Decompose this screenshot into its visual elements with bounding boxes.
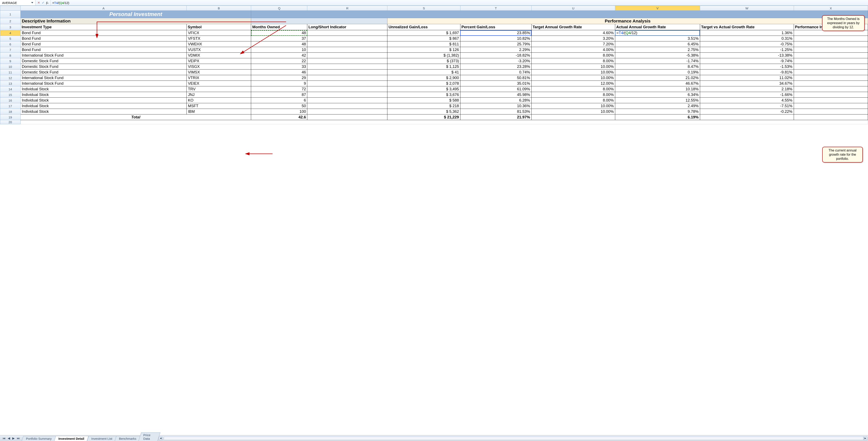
cell-B6[interactable]: VWEHX [187, 41, 251, 47]
cell-R6[interactable] [307, 41, 388, 47]
cell-X9[interactable] [794, 58, 868, 64]
cell-S6[interactable]: $ 811 [388, 41, 460, 47]
cell-Q7[interactable]: 10 [251, 47, 307, 53]
cell-Q16[interactable]: 6 [251, 98, 307, 103]
cell-Q6[interactable]: 48 [251, 41, 307, 47]
cell-W17[interactable]: -7.51% [700, 103, 794, 109]
hdr-percent[interactable]: Percent Gain/Loss [460, 24, 531, 30]
cell-A18[interactable]: Individual Stock [21, 109, 187, 114]
cell-X7[interactable] [794, 47, 868, 53]
cell-B18[interactable]: IBM [187, 109, 251, 114]
cell-T6[interactable]: 25.79% [460, 41, 531, 47]
cell-X11[interactable] [794, 69, 868, 75]
name-box-dropdown-icon[interactable] [31, 1, 34, 4]
cell-X8[interactable] [794, 53, 868, 58]
row-header-4[interactable]: 4 [0, 30, 21, 36]
cell-X5[interactable] [794, 36, 868, 41]
cell-R10[interactable] [307, 64, 388, 69]
cell-W18[interactable]: -0.22% [700, 109, 794, 114]
row-header-8[interactable]: 8 [0, 53, 21, 58]
col-header-V[interactable]: V [615, 6, 700, 10]
cell-A5[interactable]: Bond Fund [21, 36, 187, 41]
cell-U6[interactable]: 7.20% [531, 41, 615, 47]
cell-A11[interactable]: Domestic Stock Fund [21, 69, 187, 75]
cell-S15[interactable]: $ 3,676 [388, 92, 460, 98]
cell-U13[interactable]: 12.00% [531, 81, 615, 86]
cell-S5[interactable]: $ 867 [388, 36, 460, 41]
cell-V17[interactable]: 2.49% [615, 103, 700, 109]
cell-A12[interactable]: International Stock Fund [21, 75, 187, 81]
cell-U15[interactable]: 8.00% [531, 92, 615, 98]
horizontal-scrollbar[interactable]: ◀ ▶ [159, 437, 868, 440]
hscroll-left-icon[interactable]: ◀ [159, 437, 162, 440]
cell-V11[interactable]: 0.19% [615, 69, 700, 75]
cell-W9[interactable]: -9.74% [700, 58, 794, 64]
total-actual[interactable]: 6.19% [615, 114, 700, 120]
cell-X17[interactable] [794, 103, 868, 109]
cell-R15[interactable] [307, 92, 388, 98]
tab-first-icon[interactable]: ⏮ [2, 436, 6, 440]
cell-B7[interactable]: VUSTX [187, 47, 251, 53]
cell-S10[interactable]: $ 1,125 [388, 64, 460, 69]
row-header-2[interactable]: 2 [0, 18, 21, 24]
row-header-3[interactable]: 3 [0, 24, 21, 30]
cell-S16[interactable]: $ 588 [388, 98, 460, 103]
cell-T10[interactable]: 23.28% [460, 64, 531, 69]
sheet-tab-portfolio-summary[interactable]: Portfolio Summary [22, 436, 56, 441]
cell-W5[interactable]: 0.31% [700, 36, 794, 41]
total-label[interactable]: Total [21, 114, 251, 120]
cell-S9[interactable]: $ (373) [388, 58, 460, 64]
cell-Q11[interactable]: 46 [251, 69, 307, 75]
cell-Q13[interactable]: 9 [251, 81, 307, 86]
cell-S18[interactable]: $ 5,362 [388, 109, 460, 114]
hdr-months-owned[interactable]: Months Owned [251, 24, 307, 30]
hdr-actual-annual[interactable]: Actual Annual Growth Rate [615, 24, 700, 30]
cell-U5[interactable]: 3.20% [531, 36, 615, 41]
cell-Q17[interactable]: 50 [251, 103, 307, 109]
sheet-tab-investment-detail[interactable]: Investment Detail [54, 436, 89, 441]
cell-R12[interactable] [307, 75, 388, 81]
hdr-long-short[interactable]: Long/Short Indicator [307, 24, 388, 30]
cell-B5[interactable]: VFSTX [187, 36, 251, 41]
cell-R13[interactable] [307, 81, 388, 86]
cell-B16[interactable]: KO [187, 98, 251, 103]
cell-T7[interactable]: 2.29% [460, 47, 531, 53]
cancel-icon[interactable]: ✕ [37, 1, 40, 5]
cell-W14[interactable]: 2.18% [700, 86, 794, 92]
cell-R17[interactable] [307, 103, 388, 109]
cell-A9[interactable]: Domestic Stock Fund [21, 58, 187, 64]
sheet-tab-price-data[interactable]: Price Data [138, 433, 160, 441]
cell-X12[interactable] [794, 75, 868, 81]
cell-U10[interactable]: 10.00% [531, 64, 615, 69]
tab-prev-icon[interactable]: ◀ [7, 436, 11, 440]
cell-R8[interactable] [307, 53, 388, 58]
cell-R14[interactable] [307, 86, 388, 92]
cell-V18[interactable]: 9.78% [615, 109, 700, 114]
cell-A14[interactable]: Individual Stock [21, 86, 187, 92]
cell-V9[interactable]: -1.74% [615, 58, 700, 64]
cell-W8[interactable]: -13.38% [700, 53, 794, 58]
fx-icon[interactable]: fx [46, 1, 49, 5]
hdr-target-annual[interactable]: Target Annual Growth Rate [531, 24, 615, 30]
hdr-unrealized[interactable]: Unrealized Gain/Loss [388, 24, 460, 30]
col-header-U[interactable]: U [531, 6, 615, 10]
row-header-19[interactable]: 19 [0, 114, 21, 120]
row-header-18[interactable]: 18 [0, 109, 21, 114]
cell-W15[interactable]: -1.66% [700, 92, 794, 98]
row-header-5[interactable]: 5 [0, 36, 21, 41]
cell-T15[interactable]: 45.98% [460, 92, 531, 98]
cell-U16[interactable]: 8.00% [531, 98, 615, 103]
cell-A6[interactable]: Bond Fund [21, 41, 187, 47]
cell-X13[interactable] [794, 81, 868, 86]
cell-B14[interactable]: TRV [187, 86, 251, 92]
cell-V14[interactable]: 10.18% [615, 86, 700, 92]
row-header-9[interactable]: 9 [0, 58, 21, 64]
cell-A16[interactable]: Individual Stock [21, 98, 187, 103]
total-months[interactable]: 42.6 [251, 114, 307, 120]
cell-B17[interactable]: MSFT [187, 103, 251, 109]
name-box[interactable]: AVERAGE [0, 0, 35, 5]
cell-U12[interactable]: 10.00% [531, 75, 615, 81]
cell-V12[interactable]: 21.02% [615, 75, 700, 81]
cell-X14[interactable] [794, 86, 868, 92]
cell-T5[interactable]: 10.82% [460, 36, 531, 41]
